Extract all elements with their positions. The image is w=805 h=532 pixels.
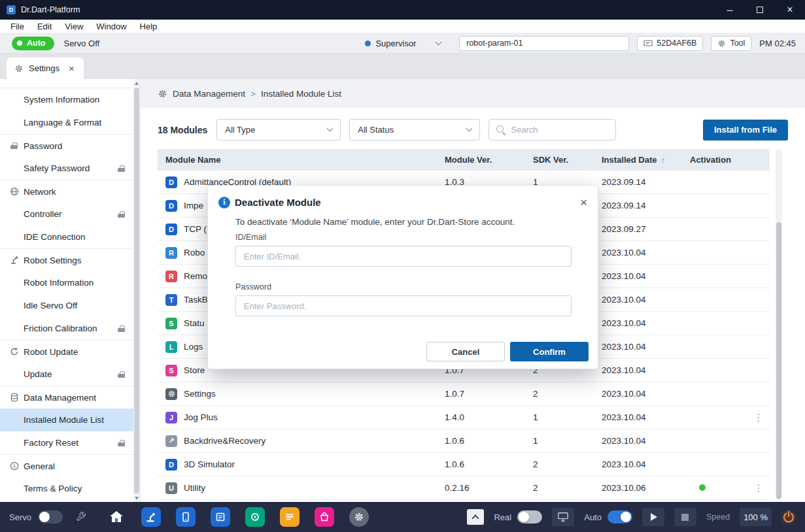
scroll-down-icon[interactable] — [133, 494, 140, 502]
sidebar-item-language-format[interactable]: Language & Format — [0, 111, 134, 134]
table-scrollbar[interactable] — [776, 149, 782, 499]
tool-button[interactable]: Tool — [711, 36, 751, 51]
menu-view[interactable]: View — [58, 22, 90, 31]
scroll-up-icon[interactable] — [133, 79, 140, 87]
module-icon — [165, 388, 177, 400]
sidebar-item-general[interactable]: General — [0, 454, 134, 477]
lock-icon — [9, 142, 19, 149]
menu-file[interactable]: File — [4, 22, 31, 31]
header-activation: Activation — [682, 155, 747, 165]
sidebar-item-factory-reset[interactable]: Factory Reset — [0, 431, 134, 454]
breadcrumb-root[interactable]: Data Management — [173, 89, 245, 99]
sidebar-scroll-thumb[interactable] — [134, 88, 139, 493]
module-version: 1.0.6 — [437, 436, 525, 446]
tab-close-icon[interactable]: × — [69, 63, 75, 73]
sidebar-item-terms-policy[interactable]: Terms & Policy — [0, 477, 134, 500]
install-from-file-button[interactable]: Install from File — [703, 120, 788, 141]
status-filter-value: All Status — [358, 125, 394, 135]
modal-close-icon[interactable]: × — [580, 196, 587, 208]
power-icon[interactable] — [781, 510, 796, 524]
sidebar-item-safety-password[interactable]: Safety Password — [0, 157, 134, 180]
auto-toggle[interactable] — [608, 510, 632, 524]
header-module-name[interactable]: Module Name — [158, 155, 437, 165]
sidebar-item-robot-update[interactable]: Robot Update — [0, 340, 134, 363]
sidebar-item-label: General — [24, 461, 55, 471]
robot-param-input[interactable] — [459, 36, 629, 51]
real-toggle[interactable] — [517, 510, 542, 524]
servo-toggle[interactable] — [38, 510, 63, 524]
sidebar-item-robot-information[interactable]: Robot Information — [0, 271, 134, 294]
gear-white-icon[interactable] — [349, 507, 369, 527]
robot-arm-icon[interactable] — [141, 507, 161, 527]
type-filter-select[interactable]: All Type — [216, 119, 341, 141]
controller-serial[interactable]: 52D4AF6B — [637, 36, 703, 51]
panel-expand-button[interactable] — [467, 509, 484, 525]
module-name: Utility — [184, 483, 205, 493]
table-row[interactable]: JJog Plus1.4.012023.10.04⋮ — [158, 406, 770, 429]
sidebar-item-system-information[interactable]: System Information — [0, 88, 134, 111]
table-scroll-thumb[interactable] — [776, 222, 781, 499]
sidebar-item-ide-connection[interactable]: IDE Connection — [0, 225, 134, 248]
mode-badge[interactable]: Auto — [12, 37, 54, 50]
search-box[interactable] — [488, 119, 616, 141]
sidebar-item-idle-servo-off[interactable]: Idle Servo Off — [0, 294, 134, 317]
sidebar-item-controller[interactable]: Controller — [0, 203, 134, 225]
speed-value[interactable]: 100 % — [740, 508, 772, 526]
sidebar-item-data-management[interactable]: Data Management — [0, 386, 134, 408]
gear-icon — [158, 89, 167, 99]
row-menu-icon[interactable]: ⋮ — [754, 412, 764, 424]
tab-settings[interactable]: Settings × — [7, 58, 84, 79]
installed-date: 2023.10.04 — [594, 295, 682, 305]
status-ring-icon[interactable] — [245, 507, 265, 527]
sidebar-item-installed-module-list[interactable]: Installed Module List — [0, 408, 134, 431]
row-menu-icon[interactable]: ⋮ — [754, 482, 764, 494]
module-icon: S — [165, 318, 177, 329]
module-name: Robo — [184, 248, 205, 258]
module-icon: S — [165, 365, 177, 376]
task-writer-icon[interactable] — [211, 507, 230, 527]
table-row[interactable]: UUtility0.2.1622023.10.06⋮ — [158, 476, 770, 500]
sidebar-item-friction-calibration[interactable]: Friction Calibration — [0, 317, 134, 340]
table-row[interactable]: Settings1.0.722023.10.04 — [158, 382, 770, 406]
module-icon: R — [165, 271, 177, 282]
menu-bar: File Edit View Window Help — [0, 20, 805, 33]
role-selector[interactable]: Supervisor — [364, 39, 440, 48]
installed-date: 2023.10.04 — [594, 271, 682, 281]
confirm-button[interactable]: Confirm — [510, 342, 589, 361]
sidebar-item-label: Installed Module List — [24, 415, 104, 425]
module-icon: D — [165, 176, 177, 188]
store-icon[interactable] — [315, 507, 334, 527]
id-email-field[interactable] — [235, 246, 572, 267]
password-field[interactable] — [235, 295, 572, 316]
sidebar-item-robot-settings[interactable]: Robot Settings — [0, 248, 134, 271]
status-filter-select[interactable]: All Status — [349, 119, 480, 141]
device-icon[interactable] — [176, 507, 196, 527]
close-button[interactable]: × — [775, 0, 805, 20]
menu-help[interactable]: Help — [133, 22, 164, 31]
wrench-icon[interactable] — [76, 512, 87, 523]
module-name: Statu — [184, 318, 205, 328]
header-installed-date[interactable]: Installed Date ↑ — [594, 155, 682, 165]
virtual-screen-button[interactable] — [552, 508, 574, 526]
maximize-button[interactable] — [745, 0, 775, 20]
header-module-ver[interactable]: Module Ver. — [437, 155, 525, 165]
header-sdk-ver[interactable]: SDK Ver. — [525, 155, 594, 165]
cancel-button[interactable]: Cancel — [426, 342, 505, 361]
table-row[interactable]: D3D Simulator1.0.622023.10.04 — [158, 453, 770, 476]
sidebar-item-password[interactable]: Password — [0, 134, 134, 157]
robot-icon — [9, 256, 19, 265]
home-icon[interactable] — [107, 507, 126, 527]
sidebar-item-network[interactable]: Network — [0, 180, 134, 203]
search-input[interactable] — [511, 125, 608, 135]
sidebar-scrollbar[interactable] — [133, 79, 140, 502]
sidebar-item-update[interactable]: Update — [0, 363, 134, 386]
log-viewer-icon[interactable] — [280, 507, 300, 527]
table-row[interactable]: ↗Backdrive&Recovery1.0.612023.10.04 — [158, 429, 770, 453]
sidebar-item-label: Network — [24, 187, 56, 197]
stop-button[interactable] — [674, 508, 696, 526]
menu-window[interactable]: Window — [90, 22, 133, 31]
play-button[interactable] — [642, 508, 664, 526]
menu-edit[interactable]: Edit — [31, 22, 58, 31]
module-name: Store — [184, 365, 205, 375]
minimize-button[interactable]: ─ — [715, 0, 745, 20]
